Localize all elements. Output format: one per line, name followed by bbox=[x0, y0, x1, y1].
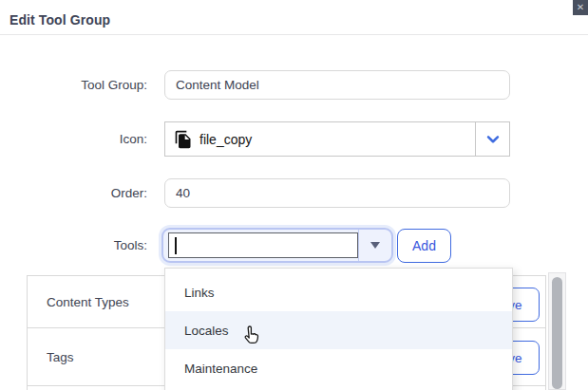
modal-title: Edit Tool Group bbox=[9, 12, 110, 28]
tools-combobox-input[interactable] bbox=[168, 232, 358, 258]
icon-select[interactable]: file_copy bbox=[164, 121, 510, 157]
tools-combobox[interactable] bbox=[161, 228, 393, 263]
tools-dropdown-list: Links Locales Maintenance bbox=[164, 268, 513, 390]
scrollbar-thumb[interactable] bbox=[552, 277, 562, 389]
chevron-down-icon bbox=[484, 131, 502, 148]
add-button[interactable]: Add bbox=[397, 229, 451, 263]
close-icon: ✕ bbox=[577, 2, 584, 12]
dropdown-item-links[interactable]: Links bbox=[165, 273, 512, 311]
scrollbar-track[interactable] bbox=[548, 272, 566, 390]
dropdown-arrow-icon bbox=[370, 242, 380, 249]
tool-group-input[interactable] bbox=[164, 70, 510, 100]
header-divider bbox=[0, 34, 588, 35]
edit-tool-group-modal: Edit Tool Group ✕ Tool Group: Icon: file… bbox=[0, 0, 588, 390]
dropdown-item-maintenance[interactable]: Maintenance bbox=[165, 349, 512, 387]
icon-select-value: file_copy bbox=[199, 132, 252, 147]
order-input[interactable] bbox=[164, 178, 510, 208]
hand-cursor-icon bbox=[239, 325, 262, 350]
dropdown-item-locales[interactable]: Locales bbox=[165, 311, 512, 349]
text-caret bbox=[175, 237, 177, 254]
tools-combobox-expand[interactable] bbox=[358, 230, 391, 261]
order-label: Order: bbox=[0, 186, 147, 200]
icon-select-expand[interactable] bbox=[475, 122, 509, 156]
file-copy-icon bbox=[174, 130, 193, 149]
icon-label: Icon: bbox=[0, 132, 147, 146]
tool-name: Content Types bbox=[47, 295, 129, 309]
close-button[interactable]: ✕ bbox=[573, 0, 588, 15]
tools-label: Tools: bbox=[0, 238, 147, 252]
tool-group-label: Tool Group: bbox=[0, 78, 147, 92]
tool-name: Tags bbox=[47, 350, 74, 364]
